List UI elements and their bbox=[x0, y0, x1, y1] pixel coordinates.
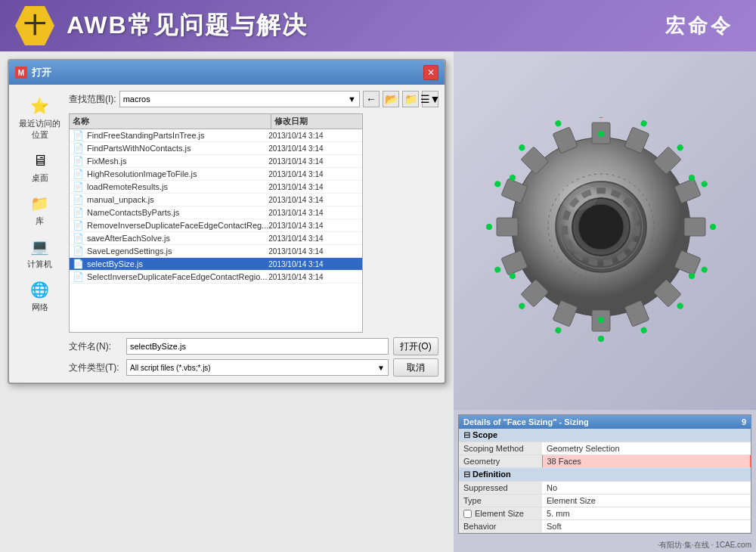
svg-point-42 bbox=[689, 175, 695, 181]
file-icon: 📄 bbox=[73, 220, 84, 231]
col-name-header: 名称 bbox=[70, 114, 271, 129]
svg-point-25 bbox=[598, 336, 604, 342]
dialog-title: M 打开 bbox=[15, 66, 51, 79]
folder-dropdown[interactable]: macros ▼ bbox=[119, 91, 360, 107]
filetype-dropdown[interactable]: All script files (*.vbs;*.js) ▼ bbox=[126, 359, 389, 376]
behavior-value: Soft bbox=[542, 520, 751, 533]
sidebar-recent[interactable]: ⭐ 最近访问的位置 bbox=[17, 94, 63, 142]
file-icon: 📄 bbox=[73, 246, 84, 256]
svg-point-22 bbox=[701, 265, 708, 273]
svg-point-20 bbox=[701, 180, 708, 188]
definition-header-text: Definition bbox=[472, 470, 511, 479]
file-row[interactable]: 📄 FindFreeStandingPartsInTree.js 2013/10… bbox=[70, 129, 362, 142]
file-date: 2013/10/14 3:14 bbox=[268, 222, 359, 230]
sidebar-library[interactable]: 📁 库 bbox=[17, 191, 63, 228]
right-panel: Details of "Face Sizing" - Sizing 9 ⊟ Sc… bbox=[454, 51, 756, 552]
main-content: M 打开 ✕ ⭐ 最近访问的位置 🖥 桌面 bbox=[0, 51, 756, 552]
file-row[interactable]: 📄 saveAfterEachSolve.js 2013/10/14 3:14 bbox=[70, 232, 362, 245]
element-size-value: 5. mm bbox=[542, 507, 751, 520]
file-name: SaveLegendSettings.js bbox=[87, 247, 268, 256]
file-row[interactable]: 📄 RemoveInverseDuplicateFaceEdgeContactR… bbox=[70, 219, 362, 232]
gear-area bbox=[454, 51, 756, 410]
dialog-toolbar: 查找范围(I): macros ▼ ← 📂 📁 ☰▼ bbox=[69, 91, 438, 107]
file-date: 2013/10/14 3:14 bbox=[268, 170, 359, 178]
file-row[interactable]: 📄 FindPartsWithNoContacts.js 2013/10/14 … bbox=[70, 142, 362, 155]
svg-point-40 bbox=[510, 175, 516, 181]
view-button[interactable]: ☰▼ bbox=[422, 91, 438, 107]
dropdown-arrow: ▼ bbox=[348, 95, 356, 104]
svg-point-26 bbox=[554, 327, 562, 334]
definition-section-header: ⊟ Definition bbox=[459, 468, 751, 482]
cancel-button[interactable]: 取消 bbox=[393, 358, 438, 377]
file-row[interactable]: 📄 SaveLegendSettings.js 2013/10/14 3:14 bbox=[70, 245, 362, 258]
file-icon: 📄 bbox=[73, 143, 84, 154]
geometry-label: Geometry bbox=[459, 455, 542, 468]
watermark-site: 1CAE.com bbox=[715, 541, 751, 549]
folder-name: macros bbox=[123, 95, 150, 104]
header: 十 AWB常见问题与解决 宏命令 bbox=[0, 0, 756, 51]
suppressed-row: Suppressed No bbox=[459, 482, 751, 495]
header-hex-symbol: 十 bbox=[15, 6, 54, 45]
geometry-value[interactable]: 38 Faces bbox=[542, 455, 751, 468]
up-button[interactable]: 📂 bbox=[383, 91, 399, 107]
open-button[interactable]: 打开(O) bbox=[393, 337, 438, 355]
file-icon: 📄 bbox=[73, 271, 84, 282]
svg-point-29 bbox=[486, 224, 492, 230]
details-title: Details of "Face Sizing" - Sizing bbox=[463, 417, 589, 426]
header-subtitle: 宏命令 bbox=[665, 13, 733, 39]
geometry-row: Geometry 38 Faces bbox=[459, 455, 751, 468]
svg-point-36 bbox=[578, 204, 624, 250]
file-name: selectBySize.js bbox=[87, 259, 268, 268]
file-row[interactable]: 📄 selectBySize.js 2013/10/14 3:14 bbox=[70, 258, 362, 271]
file-date: 2013/10/14 3:14 bbox=[268, 273, 359, 281]
file-date: 2013/10/14 3:14 bbox=[268, 132, 359, 140]
file-name: FindFreeStandingPartsInTree.js bbox=[87, 131, 268, 140]
svg-rect-5 bbox=[684, 218, 705, 236]
definition-label: ⊟ Definition bbox=[459, 468, 751, 482]
network-label: 网络 bbox=[32, 302, 48, 313]
file-name: FindPartsWithNoContacts.js bbox=[87, 144, 268, 153]
svg-point-39 bbox=[559, 183, 597, 210]
watermark: ·有阳坊·集·在线 · bbox=[658, 541, 716, 549]
file-row[interactable]: 📄 NameContactsByParts.js 2013/10/14 3:14 bbox=[70, 206, 362, 219]
file-row[interactable]: 📄 manual_unpack.js 2013/10/14 3:14 bbox=[70, 194, 362, 206]
dialog-title-text: 打开 bbox=[32, 66, 51, 79]
filename-input[interactable] bbox=[126, 338, 389, 355]
file-row[interactable]: 📄 SelectInverseDuplicateFaceEdgeContactR… bbox=[70, 271, 362, 284]
recent-icon: ⭐ bbox=[26, 95, 54, 116]
file-row[interactable]: 📄 HighResolutionImageToFile.js 2013/10/1… bbox=[70, 168, 362, 181]
file-list-container: 名称 修改日期 📄 FindFreeStandingPartsInTree.js… bbox=[69, 113, 363, 333]
file-row[interactable]: 📄 loadRemoteResults.js 2013/10/14 3:14 bbox=[70, 181, 362, 194]
details-num: 9 bbox=[742, 417, 746, 426]
scope-section-header: ⊟ Scope bbox=[459, 429, 751, 442]
file-date: 2013/10/14 3:14 bbox=[268, 196, 359, 204]
file-icon: 📄 bbox=[73, 194, 84, 205]
library-icon: 📁 bbox=[26, 193, 54, 214]
details-table: ⊟ Scope Scoping Method Geometry Selectio… bbox=[459, 429, 751, 533]
scope-header-text: Scope bbox=[472, 430, 497, 439]
svg-point-27 bbox=[518, 302, 526, 310]
filetype-value: All script files (*.vbs;*.js) bbox=[130, 364, 211, 372]
desktop-icon: 🖥 bbox=[26, 150, 54, 171]
sidebar-desktop[interactable]: 🖥 桌面 bbox=[17, 148, 63, 185]
svg-point-43 bbox=[689, 273, 695, 279]
dialog-close-button[interactable]: ✕ bbox=[423, 65, 438, 80]
scoping-method-value: Geometry Selection bbox=[542, 442, 751, 455]
search-range-label: 查找范围(I): bbox=[69, 93, 116, 106]
element-size-checkbox[interactable] bbox=[463, 510, 472, 518]
details-titlebar: Details of "Face Sizing" - Sizing 9 bbox=[459, 415, 751, 429]
file-list-wrapper: 名称 修改日期 📄 FindFreeStandingPartsInTree.js… bbox=[69, 113, 438, 333]
svg-point-41 bbox=[510, 273, 516, 279]
element-size-row: Element Size 5. mm bbox=[459, 507, 751, 520]
gear-visualization bbox=[484, 117, 726, 344]
file-row[interactable]: 📄 FixMesh.js 2013/10/14 3:14 bbox=[70, 155, 362, 168]
svg-point-30 bbox=[494, 180, 501, 188]
new-folder-button[interactable]: 📁 bbox=[402, 91, 419, 107]
sidebar-computer[interactable]: 💻 计算机 bbox=[17, 234, 63, 271]
file-list-body[interactable]: 📄 FindFreeStandingPartsInTree.js 2013/10… bbox=[70, 129, 362, 330]
file-list-header: 名称 修改日期 bbox=[70, 114, 362, 129]
dialog-sidebar: ⭐ 最近访问的位置 🖥 桌面 📁 库 💻 计算机 bbox=[15, 91, 64, 377]
back-button[interactable]: ← bbox=[363, 91, 380, 107]
behavior-label: Behavior bbox=[459, 520, 542, 533]
sidebar-network[interactable]: 🌐 网络 bbox=[17, 278, 63, 315]
